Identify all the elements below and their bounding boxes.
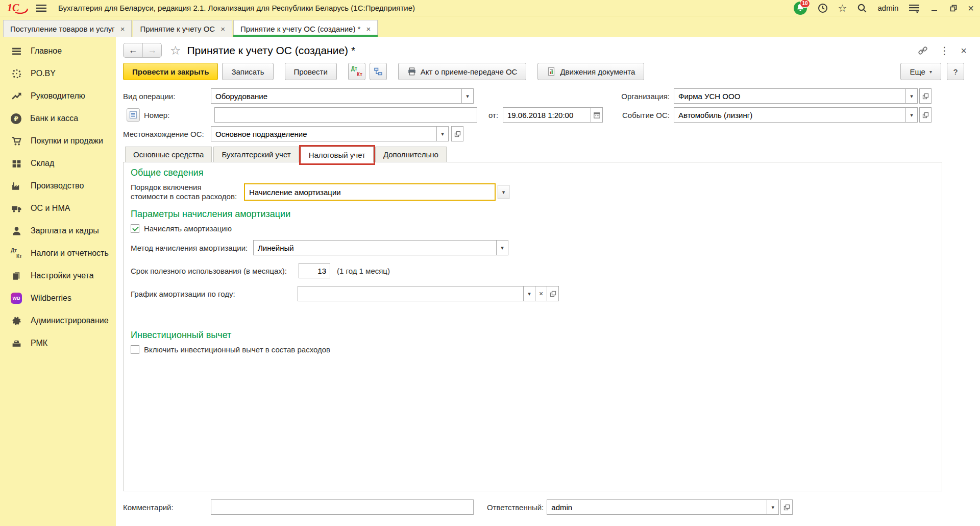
dropdown-arrow-icon[interactable]: ▾ <box>436 127 448 141</box>
sidebar-item-label: Настройки учета <box>31 271 94 280</box>
cart-icon <box>11 135 22 147</box>
more-dots-icon[interactable]: ⋮ <box>939 45 949 56</box>
debit-credit-button[interactable]: ДтКт <box>348 63 365 80</box>
sidebar-item-po-by[interactable]: PO.BY <box>0 62 116 85</box>
tab-postuplenie-tovarov[interactable]: Поступление товаров и услуг × <box>3 20 132 37</box>
comment-input[interactable] <box>211 499 474 515</box>
history-icon[interactable] <box>817 3 828 14</box>
post-and-close-button[interactable]: Провести и закрыть <box>123 63 218 80</box>
get-link-icon[interactable] <box>918 45 928 56</box>
tab-close-icon[interactable]: × <box>120 25 125 33</box>
factory-icon <box>11 180 22 192</box>
settings-menu-icon[interactable] <box>908 3 920 14</box>
close-form-icon[interactable]: × <box>961 45 967 56</box>
help-button[interactable]: ? <box>947 63 964 80</box>
po-by-dots-icon <box>11 68 22 79</box>
depreciation-schedule-combobox[interactable]: ▾ × <box>298 286 559 301</box>
forward-button[interactable]: → <box>142 43 161 57</box>
sidebar-item-rukovoditelyu[interactable]: Руководителю <box>0 85 116 107</box>
dropdown-arrow-icon[interactable]: ▾ <box>905 89 917 103</box>
sidebar-item-nalogi-i-otchetnost[interactable]: ДтКт Налоги и отчетность <box>0 242 116 265</box>
depreciation-method-combobox[interactable]: Линейный ▾ <box>253 240 508 255</box>
tab-buhgalterskij-uchet[interactable]: Бухгалтерский учет <box>213 147 299 162</box>
sidebar-item-bank-i-kassa[interactable]: ₽ Банк и касса <box>0 107 116 130</box>
tab-close-icon[interactable]: × <box>366 25 371 33</box>
useful-life-input[interactable]: 13 <box>299 263 330 278</box>
main-menu-icon[interactable] <box>36 4 47 13</box>
number-input[interactable] <box>214 107 477 123</box>
accrue-depreciation-checkbox[interactable] <box>131 224 139 233</box>
clear-field-icon[interactable]: × <box>535 286 547 301</box>
current-user[interactable]: admin <box>877 4 898 12</box>
document-movements-button[interactable]: Движения документа <box>537 63 644 80</box>
svg-text:1С: 1С <box>7 3 19 13</box>
number-label: Номер: <box>144 111 214 119</box>
open-event-button[interactable] <box>919 107 932 123</box>
cost-inclusion-order-combobox[interactable]: Начисление амортизации <box>244 183 496 201</box>
warehouse-boxes-icon <box>11 158 22 169</box>
dropdown-arrow-icon[interactable]: ▾ <box>523 286 535 301</box>
notifications-bell-icon[interactable]: 10 <box>793 1 807 15</box>
open-schedule-button[interactable] <box>547 286 558 301</box>
dropdown-arrow-button[interactable]: ▾ <box>498 185 509 199</box>
investment-deduction-checkbox[interactable] <box>131 345 139 354</box>
dropdown-arrow-icon[interactable]: ▾ <box>496 241 508 255</box>
favorites-star-icon[interactable]: ☆ <box>838 3 847 13</box>
document-structure-button[interactable] <box>370 63 387 80</box>
minimize-icon[interactable] <box>930 4 939 13</box>
tab-dopolnitelno[interactable]: Дополнительно <box>375 147 447 162</box>
date-input[interactable]: 19.06.2018 1:20:00 <box>503 107 603 123</box>
sidebar-item-administrirovanie[interactable]: Администрирование <box>0 309 116 332</box>
sidebar-item-wildberries[interactable]: WB Wildberries <box>0 287 116 309</box>
sidebar-item-zarplata-i-kadry[interactable]: Зарплата и кадры <box>0 220 116 242</box>
organization-combobox[interactable]: Фирма УСН ООО ▾ <box>674 88 918 104</box>
open-icon <box>922 93 929 100</box>
chevron-down-icon: ▾ <box>929 69 932 75</box>
tab-prinyatie-k-uchetu-os[interactable]: Принятие к учету ОС × <box>133 20 232 37</box>
more-button[interactable]: Еще ▾ <box>900 63 941 80</box>
favorite-star-icon[interactable]: ☆ <box>170 43 181 58</box>
sidebar-item-proizvodstvo[interactable]: Производство <box>0 175 116 197</box>
sidebar-item-rmk[interactable]: РМК <box>0 332 116 354</box>
dropdown-arrow-icon[interactable]: ▾ <box>767 500 778 514</box>
useful-life-label: Срок полезного использования (в месяцах)… <box>131 267 299 275</box>
save-button[interactable]: Записать <box>222 63 273 80</box>
search-icon[interactable] <box>856 3 868 14</box>
organization-label: Организация: <box>621 92 670 101</box>
open-responsible-button[interactable] <box>780 499 793 515</box>
general-info-heading: Общие сведения <box>131 168 942 178</box>
cost-inclusion-order-label: Порядок включения стоимости в состав рас… <box>131 183 244 201</box>
open-location-button[interactable] <box>451 126 463 141</box>
tab-close-icon[interactable]: × <box>220 25 225 33</box>
operation-type-combobox[interactable]: Оборудование ▾ <box>211 88 474 104</box>
os-event-combobox[interactable]: Автомобиль (лизинг) ▾ <box>674 107 918 123</box>
location-label: Местонахождение ОС: <box>123 130 211 138</box>
dropdown-arrow-icon[interactable]: ▾ <box>461 89 473 103</box>
restore-window-icon[interactable] <box>949 4 958 13</box>
document-toolbar: Провести и закрыть Записать Провести ДтК… <box>116 61 980 85</box>
window-titlebar: 1С Бухгалтерия для Беларуси, редакция 2.… <box>0 0 980 16</box>
close-window-icon[interactable]: × <box>968 3 974 13</box>
open-organization-button[interactable] <box>919 88 932 104</box>
act-print-button[interactable]: Акт о приеме-передаче ОС <box>398 63 527 80</box>
depreciation-method-label: Метод начисления амортизации: <box>131 244 253 252</box>
post-button[interactable]: Провести <box>285 63 337 80</box>
tab-osnovnye-sredstva[interactable]: Основные средства <box>125 147 212 162</box>
responsible-combobox[interactable]: admin ▾ <box>547 499 779 515</box>
tab-label: Принятие к учету ОС <box>140 25 215 33</box>
set-number-button[interactable] <box>127 108 140 122</box>
sidebar-item-glavnoe[interactable]: Главное <box>0 40 116 62</box>
sidebar-item-pokupki-i-prodazhi[interactable]: Покупки и продажи <box>0 130 116 152</box>
sidebar-item-sklad[interactable]: Склад <box>0 152 116 175</box>
back-button[interactable]: ← <box>124 43 142 57</box>
wildberries-icon: WB <box>11 293 22 304</box>
sidebar-item-label: Администрирование <box>31 316 109 325</box>
sidebar-item-os-i-nma[interactable]: ОС и НМА <box>0 197 116 220</box>
sidebar-item-nastrojki-ucheta[interactable]: Настройки учета <box>0 265 116 287</box>
calendar-icon[interactable] <box>591 108 602 122</box>
tab-prinyatie-k-uchetu-os-sozdanie[interactable]: Принятие к учету ОС (создание) * × <box>233 20 378 37</box>
tab-nalogovyj-uchet[interactable]: Налоговый учет <box>301 147 374 162</box>
location-combobox[interactable]: Основное подразделение ▾ <box>211 126 449 141</box>
notification-count-badge: 10 <box>800 0 810 8</box>
dropdown-arrow-icon[interactable]: ▾ <box>905 108 917 122</box>
